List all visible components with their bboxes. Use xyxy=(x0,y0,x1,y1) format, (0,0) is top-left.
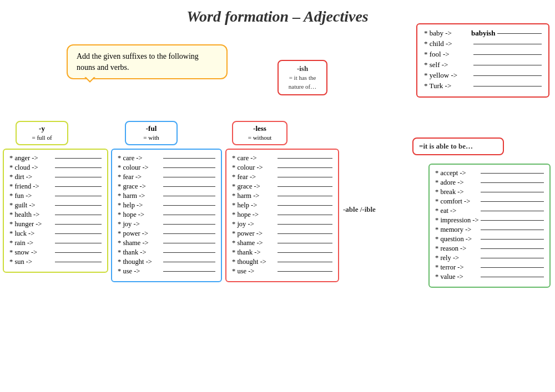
word-label: * use -> xyxy=(118,267,162,276)
word-row: * rely -> xyxy=(435,254,544,262)
ish-suffix-label: -ish = it has the nature of… xyxy=(278,60,327,95)
word-label: * guilt -> xyxy=(9,201,54,210)
word-row: * rain -> xyxy=(9,239,102,247)
answer-line xyxy=(481,239,544,240)
answer-line xyxy=(55,167,102,168)
y-word-box: * anger ->* cloud ->* dirt ->* friend ->… xyxy=(3,149,108,273)
answer-line xyxy=(55,243,102,243)
word-row: * colour -> xyxy=(118,164,215,172)
word-label: * harm -> xyxy=(232,192,276,200)
word-row: * power -> xyxy=(232,230,332,238)
ish-answer-line xyxy=(473,86,542,86)
able-ible-label: -able /-ible xyxy=(343,205,376,214)
word-row: * luck -> xyxy=(9,230,102,238)
word-row: * fear -> xyxy=(232,173,332,181)
answer-line xyxy=(163,224,215,225)
able-word-box: * accept ->* adore ->* break ->* comfort… xyxy=(428,164,551,288)
answer-line xyxy=(55,177,102,177)
answer-line xyxy=(278,186,332,187)
answer-line xyxy=(278,271,332,272)
ish-example-row: * child -> xyxy=(424,39,542,48)
word-label: * shame -> xyxy=(232,239,276,247)
ish-word-label: * self -> xyxy=(424,60,471,69)
word-row: * fear -> xyxy=(118,173,215,181)
word-row: * fun -> xyxy=(9,192,102,200)
answer-line xyxy=(163,205,215,206)
word-label: * help -> xyxy=(118,201,162,210)
answer-line xyxy=(481,173,544,174)
word-row: * memory -> xyxy=(435,226,544,234)
word-label: * cloud -> xyxy=(9,164,54,172)
word-row: * hope -> xyxy=(232,211,332,219)
word-row: * eat -> xyxy=(435,207,544,215)
answer-line xyxy=(481,211,544,211)
ish-answer-line xyxy=(497,33,542,34)
word-label: * hunger -> xyxy=(9,220,54,228)
ish-answer-line xyxy=(473,44,542,44)
word-row: * power -> xyxy=(118,230,215,238)
word-label: * joy -> xyxy=(232,220,276,228)
word-row: * accept -> xyxy=(435,169,544,177)
answer-line xyxy=(481,230,544,230)
answer-line xyxy=(55,252,102,253)
word-row: * friend -> xyxy=(9,182,102,191)
word-row: * cloud -> xyxy=(9,164,102,172)
ish-example-row: * baby ->babyish xyxy=(424,29,542,38)
word-label: * power -> xyxy=(118,230,162,238)
word-label: * snow -> xyxy=(9,248,54,257)
answer-line xyxy=(481,258,544,258)
ish-word-label: * yellow -> xyxy=(424,71,471,80)
word-label: * thank -> xyxy=(232,248,276,257)
word-label: * break -> xyxy=(435,188,480,196)
word-row: * question -> xyxy=(435,235,544,243)
instruction-bubble: Add the given suffixes to the following … xyxy=(67,44,228,79)
word-row: * value -> xyxy=(435,273,544,281)
answer-line xyxy=(55,186,102,187)
word-label: * care -> xyxy=(232,154,276,162)
word-label: * help -> xyxy=(232,201,276,210)
word-row: * impression -> xyxy=(435,216,544,225)
ish-example-row: * yellow -> xyxy=(424,71,542,80)
answer-line xyxy=(481,182,544,183)
ish-example-row: * self -> xyxy=(424,60,542,69)
word-label: * care -> xyxy=(118,154,162,162)
answer-line xyxy=(481,201,544,202)
word-label: * dirt -> xyxy=(9,173,54,181)
answer-line xyxy=(55,224,102,225)
word-row: * use -> xyxy=(232,267,332,276)
less-word-box: * care ->* colour ->* fear ->* grace ->*… xyxy=(225,149,339,282)
answer-line xyxy=(481,267,544,268)
ish-answer-line xyxy=(473,75,542,76)
answer-line xyxy=(163,262,215,262)
ish-word-value: babyish xyxy=(471,29,495,38)
ish-word-label: * child -> xyxy=(424,39,471,48)
word-label: * rain -> xyxy=(9,239,54,247)
word-label: * joy -> xyxy=(118,220,162,228)
word-row: * guilt -> xyxy=(9,201,102,210)
answer-line xyxy=(55,262,102,262)
answer-line xyxy=(163,215,215,215)
answer-line xyxy=(163,252,215,253)
answer-line xyxy=(278,167,332,168)
word-row: * dirt -> xyxy=(9,173,102,181)
ful-word-box: * care ->* colour ->* fear ->* grace ->*… xyxy=(111,149,222,282)
y-suffix-label: -y = full of xyxy=(16,121,68,145)
word-row: * help -> xyxy=(232,201,332,210)
less-suffix-label: -less = without xyxy=(232,121,287,145)
word-label: * eat -> xyxy=(435,207,480,215)
answer-line xyxy=(163,196,215,196)
word-row: * help -> xyxy=(118,201,215,210)
word-row: * colour -> xyxy=(232,164,332,172)
word-label: * thought -> xyxy=(232,258,276,266)
answer-line xyxy=(481,277,544,277)
answer-line xyxy=(481,192,544,192)
word-row: * comfort -> xyxy=(435,197,544,206)
answer-line xyxy=(278,205,332,206)
word-label: * power -> xyxy=(232,230,276,238)
word-row: * joy -> xyxy=(118,220,215,228)
word-label: * terror -> xyxy=(435,263,480,272)
answer-line xyxy=(55,196,102,196)
word-row: * health -> xyxy=(9,211,102,219)
word-label: * sun -> xyxy=(9,258,54,266)
word-label: * rely -> xyxy=(435,254,480,262)
